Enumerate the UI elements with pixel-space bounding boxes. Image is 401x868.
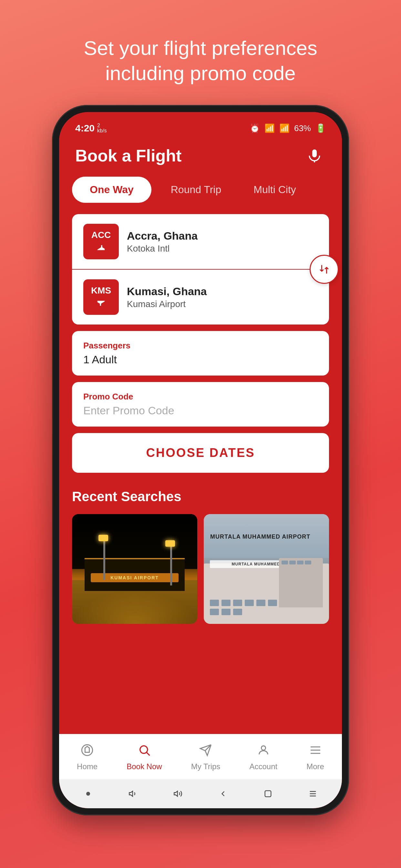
one-way-tab[interactable]: One Way	[72, 177, 151, 203]
home-icon	[81, 744, 94, 760]
sys-volume-up[interactable]	[170, 786, 186, 802]
app-header: Book a Flight	[59, 138, 342, 177]
svg-line-2	[147, 753, 150, 755]
sys-dot	[80, 786, 96, 802]
promo-header-text: Set your flight preferences including pr…	[58, 0, 343, 105]
destination-airport: Kumasi Airport	[127, 299, 318, 309]
recent-searches-title: Recent Searches	[72, 489, 329, 504]
recent-searches-section: Recent Searches KUMASI AIRPORT	[72, 489, 329, 624]
origin-code-box: ACC	[83, 224, 119, 259]
svg-point-1	[140, 746, 148, 753]
origin-field[interactable]: ACC Accra, Ghana Kotoka Intl	[72, 214, 329, 269]
sys-back-button[interactable]	[215, 786, 231, 802]
destination-field[interactable]: KMS Kumasi, Ghana Kumasi Airport	[72, 270, 329, 324]
destination-code: KMS	[91, 285, 111, 296]
status-right: ⏰ 📶 📶 63% 🔋	[250, 123, 326, 133]
sys-recents-button[interactable]	[305, 786, 321, 802]
nav-home[interactable]: Home	[77, 744, 97, 771]
recent-image-kumasi[interactable]: KUMASI AIRPORT	[72, 514, 197, 624]
status-data: 2kb/s	[97, 123, 106, 133]
passengers-field[interactable]: Passengers 1 Adult	[72, 331, 329, 376]
recent-images-container: KUMASI AIRPORT	[72, 514, 329, 624]
book-now-icon	[138, 744, 151, 760]
origin-airport: Kotoka Intl	[127, 244, 318, 254]
svg-marker-8	[129, 791, 133, 796]
more-icon	[309, 744, 322, 760]
phone-screen: 4:20 2kb/s ⏰ 📶 📶 63% 🔋 Book a Flight	[59, 112, 342, 808]
battery-icon: 🔋	[315, 123, 326, 133]
promo-line1: Set your flight preferences	[84, 37, 317, 59]
wifi-icon: 📶	[265, 123, 275, 133]
promo-code-field[interactable]: Promo Code Enter Promo Code	[72, 382, 329, 427]
trip-type-container: One Way Round Trip Multi City	[72, 177, 329, 203]
nav-home-label: Home	[77, 762, 97, 771]
phone-shell: 4:20 2kb/s ⏰ 📶 📶 63% 🔋 Book a Flight	[52, 105, 349, 815]
promo-code-label: Promo Code	[83, 392, 318, 402]
account-icon	[257, 744, 270, 760]
nav-account-label: Account	[249, 762, 277, 771]
choose-dates-button[interactable]: CHOOSE DATES	[72, 433, 329, 473]
system-nav-bar	[59, 779, 342, 808]
origin-city: Accra, Ghana	[127, 229, 318, 242]
nav-more-label: More	[306, 762, 324, 771]
bottom-nav: Home Book Now My Trips	[59, 734, 342, 779]
status-bar: 4:20 2kb/s ⏰ 📶 📶 63% 🔋	[59, 112, 342, 138]
svg-marker-9	[174, 791, 178, 796]
destination-code-box: KMS	[83, 279, 119, 315]
multi-city-tab[interactable]: Multi City	[241, 177, 309, 203]
mic-button[interactable]	[303, 144, 326, 167]
round-trip-tab[interactable]: Round Trip	[158, 177, 235, 203]
sys-volume-down[interactable]	[125, 786, 141, 802]
swap-button[interactable]	[310, 255, 339, 284]
nav-more[interactable]: More	[306, 744, 324, 771]
my-trips-icon	[199, 744, 212, 760]
battery-text: 63%	[294, 123, 311, 133]
sys-home-button[interactable]	[260, 786, 276, 802]
origin-plane-icon	[96, 242, 106, 253]
svg-point-7	[86, 792, 90, 796]
nav-my-trips[interactable]: My Trips	[191, 744, 220, 771]
status-left: 4:20 2kb/s	[75, 123, 106, 134]
nav-my-trips-label: My Trips	[191, 762, 220, 771]
origin-code: ACC	[91, 230, 111, 240]
nav-book-now-label: Book Now	[127, 762, 162, 771]
promo-line2: including promo code	[105, 62, 296, 84]
status-time: 4:20	[75, 123, 95, 134]
destination-plane-icon	[96, 298, 106, 309]
alarm-icon: ⏰	[250, 123, 260, 133]
svg-point-3	[261, 746, 266, 750]
nav-account[interactable]: Account	[249, 744, 277, 771]
origin-info: Accra, Ghana Kotoka Intl	[127, 229, 318, 254]
svg-rect-10	[265, 791, 271, 797]
nav-book-now[interactable]: Book Now	[127, 744, 162, 771]
destination-city: Kumasi, Ghana	[127, 285, 318, 298]
signal-icon: 📶	[279, 123, 289, 133]
airports-container: ACC Accra, Ghana Kotoka Intl	[72, 214, 329, 324]
page-title: Book a Flight	[75, 146, 181, 165]
passengers-label: Passengers	[83, 341, 318, 351]
destination-info: Kumasi, Ghana Kumasi Airport	[127, 285, 318, 309]
passengers-value: 1 Adult	[83, 353, 318, 366]
recent-image-murtala[interactable]: MURTALA MUHAMMED AIRPORT	[204, 514, 329, 624]
promo-code-input[interactable]: Enter Promo Code	[83, 404, 318, 417]
main-content: One Way Round Trip Multi City ACC	[59, 177, 342, 734]
